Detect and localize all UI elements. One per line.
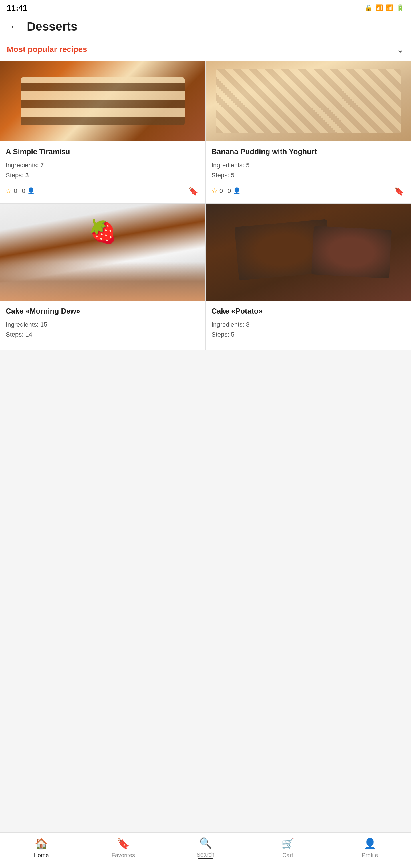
rating-value: 0 [220, 187, 223, 195]
person-icon: 👤 [233, 187, 241, 195]
bookmark-icon: 🔖 [188, 186, 198, 196]
nav-item-cart[interactable]: 🛒 Cart [247, 838, 329, 859]
search-active-indicator [198, 858, 213, 859]
nav-label-favorites: Favorites [112, 852, 135, 859]
rating-stat: ☆ 0 [6, 187, 17, 195]
steps-text: Steps: 3 [6, 172, 29, 179]
recipe-image-tiramisu [0, 61, 205, 141]
header: ← Desserts [0, 15, 411, 39]
recipe-title: A Simple Tiramisu [6, 147, 199, 157]
ingredients-text: Ingredients: 8 [212, 321, 249, 328]
page-title: Desserts [27, 20, 77, 33]
recipe-grid: A Simple Tiramisu Ingredients: 7 Steps: … [0, 61, 411, 350]
back-button[interactable]: ← [7, 20, 21, 34]
profile-icon: 👤 [363, 838, 376, 850]
signal-icon: 📶 [386, 4, 393, 12]
wifi-icon: 📶 [375, 4, 383, 12]
rating-value: 0 [14, 187, 17, 195]
recipe-content: Cake «Morning Dew» Ingredients: 15 Steps… [0, 301, 205, 350]
recipe-content: A Simple Tiramisu Ingredients: 7 Steps: … [0, 141, 205, 203]
bookmark-button-tiramisu[interactable]: 🔖 [187, 185, 199, 197]
battery-icon: 🔋 [397, 4, 404, 12]
nav-label-cart: Cart [282, 852, 293, 859]
recipe-footer: ☆ 0 0 👤 🔖 [212, 185, 405, 197]
recipe-card-morning-dew[interactable]: Cake «Morning Dew» Ingredients: 15 Steps… [0, 204, 205, 350]
recipe-meta: Ingredients: 15 Steps: 14 [6, 319, 199, 340]
recipe-content: Banana Pudding with Yoghurt Ingredients:… [206, 141, 411, 203]
rating-stat: ☆ 0 [212, 187, 223, 195]
star-icon: ☆ [6, 187, 12, 195]
nav-item-favorites[interactable]: 🔖 Favorites [82, 838, 164, 859]
recipe-image-potato-cake [206, 204, 411, 301]
recipe-image-morning-dew [0, 204, 205, 301]
favorites-icon: 🔖 [117, 838, 130, 850]
filter-row[interactable]: Most popular recipes ⌄ [0, 39, 411, 61]
recipe-card-tiramisu[interactable]: A Simple Tiramisu Ingredients: 7 Steps: … [0, 61, 205, 203]
recipe-title: Cake «Morning Dew» [6, 306, 199, 316]
recipe-image-banana-pudding [206, 61, 411, 141]
status-bar: 11:41 🔒 📶 📶 🔋 [0, 0, 411, 15]
nav-label-search: Search [196, 851, 214, 858]
bottom-navigation: 🏠 Home 🔖 Favorites 🔍 Search 🛒 Cart 👤 Pro… [0, 832, 411, 868]
recipe-card-potato-cake[interactable]: Cake «Potato» Ingredients: 8 Steps: 5 [206, 204, 411, 350]
nav-item-home[interactable]: 🏠 Home [0, 838, 82, 859]
person-icon: 👤 [27, 187, 35, 195]
recipe-footer: ☆ 0 0 👤 🔖 [6, 185, 199, 197]
recipe-title: Banana Pudding with Yoghurt [212, 147, 405, 157]
recipe-meta: Ingredients: 5 Steps: 5 [212, 160, 405, 180]
recipe-stats: ☆ 0 0 👤 [6, 187, 35, 195]
ingredients-text: Ingredients: 15 [6, 321, 48, 328]
ingredients-text: Ingredients: 7 [6, 162, 44, 169]
cart-icon: 🛒 [281, 838, 294, 850]
nav-item-search[interactable]: 🔍 Search [164, 837, 247, 859]
rating-count: 0 [227, 187, 231, 195]
count-stat: 0 👤 [22, 187, 35, 195]
status-time: 11:41 [7, 3, 27, 12]
search-icon: 🔍 [199, 837, 212, 849]
status-icons: 🔒 📶 📶 🔋 [365, 4, 404, 12]
steps-text: Steps: 5 [212, 172, 234, 179]
nav-label-profile: Profile [362, 852, 378, 859]
ingredients-text: Ingredients: 5 [212, 162, 249, 169]
nav-item-profile[interactable]: 👤 Profile [329, 838, 411, 859]
lock-icon: 🔒 [365, 4, 373, 12]
rating-count: 0 [22, 187, 25, 195]
bookmark-icon: 🔖 [394, 186, 404, 196]
recipe-meta: Ingredients: 8 Steps: 5 [212, 319, 405, 340]
recipe-title: Cake «Potato» [212, 306, 405, 316]
recipe-stats: ☆ 0 0 👤 [212, 187, 241, 195]
bookmark-button-banana-pudding[interactable]: 🔖 [393, 185, 405, 197]
back-arrow-icon: ← [9, 22, 19, 32]
recipe-content: Cake «Potato» Ingredients: 8 Steps: 5 [206, 301, 411, 350]
recipe-meta: Ingredients: 7 Steps: 3 [6, 160, 199, 180]
home-icon: 🏠 [35, 838, 48, 850]
nav-label-home: Home [33, 852, 49, 859]
count-stat: 0 👤 [227, 187, 240, 195]
steps-text: Steps: 14 [6, 331, 32, 338]
chevron-down-icon[interactable]: ⌄ [397, 44, 404, 55]
recipe-card-banana-pudding[interactable]: Banana Pudding with Yoghurt Ingredients:… [206, 61, 411, 203]
filter-label: Most popular recipes [7, 45, 87, 54]
steps-text: Steps: 5 [212, 331, 234, 338]
star-icon: ☆ [212, 187, 218, 195]
